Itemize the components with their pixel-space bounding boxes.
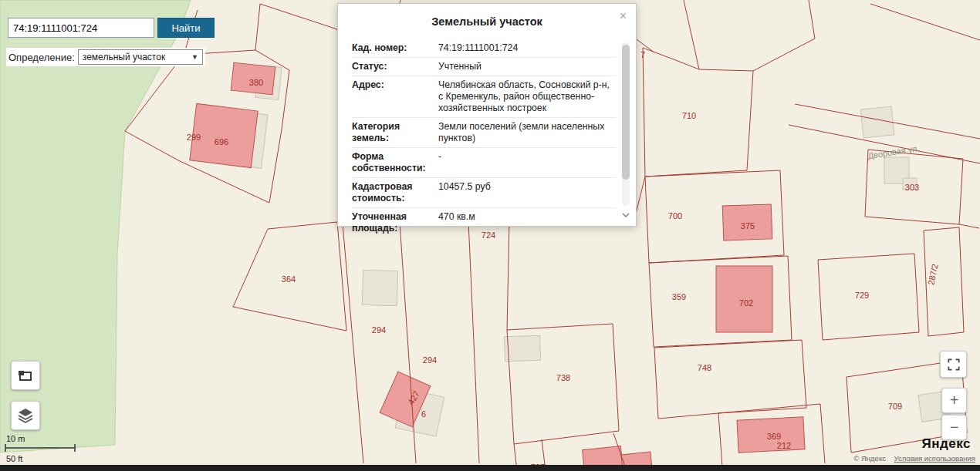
info-label: Уточненная площадь: (352, 211, 432, 234)
definition-label: Определение: (8, 52, 75, 63)
yandex-logo[interactable]: Яндекс (922, 436, 971, 452)
parcel-label: 375 (741, 221, 755, 230)
close-icon[interactable]: × (620, 10, 627, 22)
scale-metric-label: 10 m (6, 434, 76, 443)
parcel-label: 738 (556, 373, 570, 382)
popup-body: Кад. номер: 74:19:1111001:724 Статус: Уч… (352, 39, 616, 237)
search-button[interactable]: Найти (157, 18, 215, 38)
scale-imperial-label: 50 ft (6, 454, 76, 463)
parcel-label: 696 (215, 137, 228, 146)
parcel-label: 7 (640, 50, 645, 59)
info-row: Форма собственности: - (352, 147, 616, 177)
info-value: Челябинская область, Сосновский р-н, с К… (432, 79, 616, 114)
info-row: Кадастровая стоимость: 10457.5 руб (352, 177, 616, 207)
info-label: Адрес: (352, 79, 432, 114)
info-row: Категория земель: Земли поселений (земли… (352, 117, 616, 147)
parcel-label: 748 (698, 363, 711, 372)
fullscreen-icon (946, 357, 961, 372)
bottom-bar (0, 465, 980, 471)
info-value: - (432, 151, 616, 174)
scale-bar: 10 m 50 ft (5, 434, 76, 463)
copyright-text: © Яндекс (853, 454, 886, 463)
info-label: Форма собственности: (352, 151, 432, 174)
chevron-down-icon: ▼ (191, 53, 198, 61)
definition-filter: Определение: земельный участок ▼ (6, 48, 205, 66)
layers-icon (16, 406, 35, 425)
parcel-label: 380 (249, 78, 263, 87)
search-input[interactable] (8, 18, 154, 38)
parcel-label: 700 (668, 211, 682, 220)
parcel-label: 359 (672, 292, 686, 301)
measure-button[interactable] (11, 361, 40, 390)
info-row: Статус: Учтенный (352, 57, 616, 76)
parcel-label: 364 (282, 274, 296, 284)
info-label: Кадастровая стоимость: (352, 181, 432, 204)
info-label: Категория земель: (352, 121, 432, 144)
info-value: 74:19:1111001:724 (432, 42, 616, 54)
parcel-label: 369 (767, 432, 781, 441)
parcel-label: 710 (682, 111, 696, 120)
definition-selected-value: земельный участок (83, 52, 165, 62)
parcel-label: 709 (888, 402, 902, 411)
parcel-label: 212 (777, 441, 791, 450)
info-value: Земли поселений (земли населенных пункто… (432, 121, 616, 144)
info-row: Кад. номер: 74:19:1111001:724 (352, 39, 616, 57)
terms-link[interactable]: Условия использования (894, 454, 975, 463)
search-bar: Найти (8, 18, 215, 38)
info-value: 470 кв.м (432, 211, 616, 234)
scrollbar-thumb[interactable] (622, 45, 630, 180)
info-label: Статус: (352, 61, 432, 72)
map-attribution: © Яндекс Условия использования (853, 454, 975, 463)
parcel-label: 299 (187, 133, 201, 142)
fullscreen-button[interactable] (940, 351, 967, 378)
popup-scrollbar[interactable] (622, 42, 630, 206)
info-label: Кад. номер: (352, 42, 432, 54)
info-row: Уточненная площадь: 470 кв.м (352, 207, 616, 237)
layers-button[interactable] (11, 401, 40, 430)
parcel-label: 294 (372, 325, 386, 335)
parcel-label: 6 (421, 409, 426, 419)
scroll-down-icon[interactable] (620, 210, 631, 220)
measure-icon (17, 367, 34, 384)
cadastral-map-app: { "search": { "value": "74:19:1111001:72… (0, 0, 980, 471)
info-value: Учтенный (432, 61, 616, 72)
definition-select[interactable]: земельный участок ▼ (78, 49, 203, 65)
parcel-label: 729 (855, 291, 869, 300)
parcel-info-popup: × Земельный участок Кад. номер: 74:19:11… (337, 3, 637, 227)
scale-ruler (5, 443, 76, 452)
info-value: 10457.5 руб (432, 181, 616, 204)
zoom-in-button[interactable]: + (941, 388, 967, 413)
parcel-label: 702 (739, 298, 753, 308)
parcel-label: 294 (423, 355, 437, 365)
info-row: Адрес: Челябинская область, Сосновский р… (352, 76, 616, 117)
popup-title: Земельный участок (338, 15, 636, 28)
parcel-label: 303 (905, 183, 919, 192)
